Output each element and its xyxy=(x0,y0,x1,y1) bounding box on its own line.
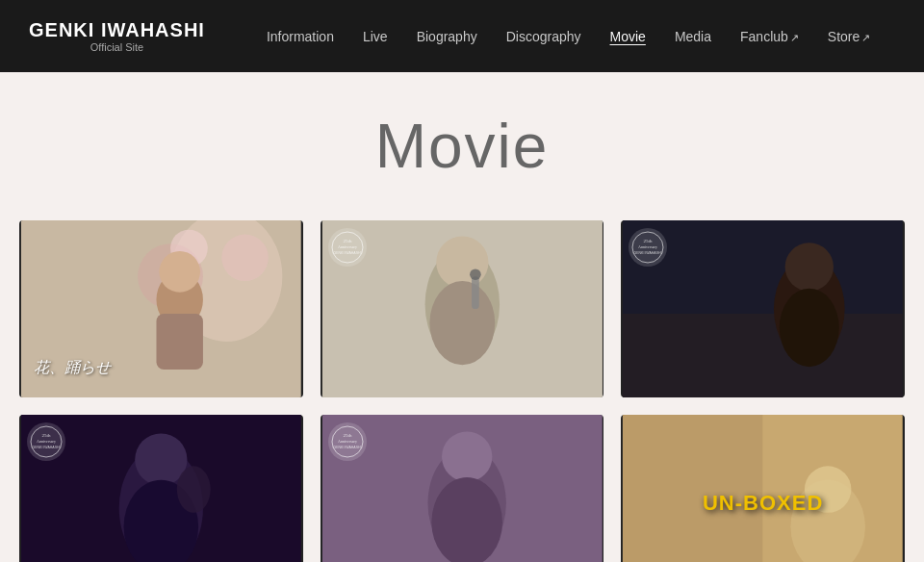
svg-rect-13 xyxy=(472,276,479,309)
main-content: Movie 花、踊らせ 25th Anniversary GENKI IWAHA… xyxy=(0,72,924,562)
nav-item-fanclub[interactable]: Fanclub xyxy=(727,21,812,52)
svg-text:GENKI IWAHASHI: GENKI IWAHASHI xyxy=(634,251,662,255)
video-card-v2[interactable]: 25th Anniversary GENKI IWAHASHI xyxy=(321,220,604,397)
nav-item-live[interactable]: Live xyxy=(349,21,401,52)
video-card-v5[interactable]: 25th Anniversary GENKI IWAHASHI xyxy=(321,415,604,562)
svg-point-32 xyxy=(177,466,211,512)
logo-area[interactable]: GENKI IWAHASHI Official Site xyxy=(29,19,205,53)
svg-text:GENKI IWAHASHI: GENKI IWAHASHI xyxy=(333,446,361,449)
video-card-v1[interactable]: 花、踊らせ xyxy=(19,220,303,397)
svg-rect-7 xyxy=(156,314,202,370)
svg-point-14 xyxy=(470,268,481,280)
video-card-v6[interactable]: UN-BOXEDGENKI IWAHASHI xyxy=(621,415,905,562)
video-grid: 花、踊らせ 25th Anniversary GENKI IWAHASHI 25… xyxy=(19,220,905,562)
svg-text:GENKI IWAHASHI: GENKI IWAHASHI xyxy=(32,446,60,449)
site-name: GENKI IWAHASHI xyxy=(29,19,205,41)
svg-point-11 xyxy=(436,236,488,288)
svg-rect-46 xyxy=(623,415,762,562)
svg-rect-20 xyxy=(623,314,903,397)
thumb-badge: 25th Anniversary GENKI IWAHASHI xyxy=(328,422,367,461)
nav-item-store[interactable]: Store xyxy=(814,21,884,52)
thumb-text: 花、踊らせ xyxy=(34,358,111,378)
page-title: Movie xyxy=(19,111,905,182)
nav-item-biography[interactable]: Biography xyxy=(403,21,491,52)
svg-text:Anniversary: Anniversary xyxy=(638,244,657,249)
unboxed-label: UN-BOXED xyxy=(703,491,823,516)
thumb-badge: 25th Anniversary GENKI IWAHASHI xyxy=(328,228,367,267)
svg-text:25th: 25th xyxy=(343,433,351,438)
svg-point-39 xyxy=(442,432,492,482)
svg-text:25th: 25th xyxy=(644,239,653,243)
svg-point-23 xyxy=(780,289,839,367)
svg-point-12 xyxy=(429,281,495,365)
site-header: GENKI IWAHASHI Official Site Information… xyxy=(0,0,924,72)
thumb-badge: 25th Anniversary GENKI IWAHASHI xyxy=(629,228,667,267)
svg-point-3 xyxy=(221,235,268,281)
thumb-badge: 25th Anniversary GENKI IWAHASHI xyxy=(27,422,65,461)
svg-text:Anniversary: Anniversary xyxy=(37,439,56,444)
video-card-v3[interactable]: 25th Anniversary GENKI IWAHASHI xyxy=(621,220,905,397)
svg-text:GENKI IWAHASHI: GENKI IWAHASHI xyxy=(333,251,361,255)
video-card-v4[interactable]: 25th Anniversary GENKI IWAHASHI xyxy=(19,415,303,562)
svg-text:Anniversary: Anniversary xyxy=(338,439,357,444)
svg-point-22 xyxy=(785,243,834,291)
nav-item-discography[interactable]: Discography xyxy=(493,21,595,52)
nav-item-information[interactable]: Information xyxy=(253,21,347,52)
svg-text:25th: 25th xyxy=(42,433,51,438)
svg-text:Anniversary: Anniversary xyxy=(338,244,357,249)
nav-item-media[interactable]: Media xyxy=(661,21,725,52)
main-nav: InformationLiveBiographyDiscographyMovie… xyxy=(253,21,895,52)
svg-text:25th: 25th xyxy=(343,239,351,243)
nav-item-movie[interactable]: Movie xyxy=(597,21,659,52)
svg-point-6 xyxy=(159,251,200,293)
site-subtitle: Official Site xyxy=(29,41,205,53)
